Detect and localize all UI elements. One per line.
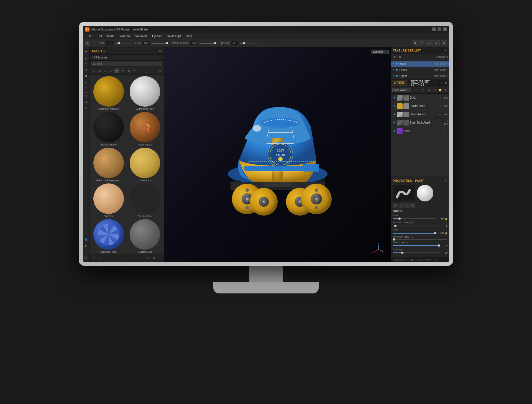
list-item[interactable]: Carbon Fiber bbox=[128, 183, 163, 218]
assets-info-btn[interactable]: ℹ bbox=[98, 256, 103, 261]
list-item[interactable]: Aluminium Pure bbox=[128, 76, 163, 110]
assets-list-view-btn[interactable]: ☰ bbox=[91, 256, 96, 261]
texture-set-item-base[interactable]: ● Base Main shader bbox=[391, 61, 449, 67]
layers-minimize-btn[interactable]: — bbox=[440, 81, 444, 85]
list-item[interactable]: Coated Metal bbox=[128, 219, 163, 253]
close-button[interactable]: ✕ bbox=[443, 27, 447, 31]
material-dropdown[interactable]: Material bbox=[371, 50, 389, 54]
layer-add-paint-btn[interactable]: ✏ bbox=[421, 88, 426, 93]
brush-paint-btn[interactable]: ✏ bbox=[393, 203, 398, 208]
tab-texture-set-settings[interactable]: TEXTURE SET SETTINGS bbox=[408, 80, 440, 86]
texture-set-minimize-btn[interactable]: — bbox=[439, 49, 443, 53]
brush-stroke-opacity-slider[interactable] bbox=[393, 245, 440, 246]
brush-flow-slider[interactable] bbox=[393, 233, 436, 234]
stroke-opacity-value[interactable]: 100 bbox=[190, 41, 198, 45]
assets-grid-view-btn[interactable]: ⊞ bbox=[157, 68, 162, 73]
table-row[interactable]: 👁 Silver Armor Norm 100 bbox=[391, 110, 449, 119]
assets-alpha-btn[interactable]: △ bbox=[109, 68, 114, 73]
clone-icon[interactable]: ◈ bbox=[83, 67, 89, 72]
settings-label[interactable]: Settings ▾ bbox=[436, 55, 448, 58]
texture-visibility-icon[interactable]: 👁 bbox=[392, 55, 397, 60]
viewport-btn-1[interactable]: □ bbox=[419, 40, 425, 46]
menu-python[interactable]: Python bbox=[150, 34, 164, 38]
texture-settings-icon[interactable]: ⚙ bbox=[397, 55, 402, 60]
search-input[interactable] bbox=[91, 62, 162, 66]
blend-mode-dropdown[interactable]: Base color ▾ bbox=[392, 88, 411, 92]
minimize-button[interactable]: — bbox=[432, 27, 436, 31]
menu-viewport[interactable]: Viewport bbox=[133, 34, 149, 38]
paint-icon[interactable]: ✏ bbox=[83, 48, 89, 54]
annotation-icon[interactable]: ✎ bbox=[83, 105, 89, 111]
assets-material-btn[interactable]: □ bbox=[103, 68, 108, 73]
viewport-btn-2[interactable]: ◎ bbox=[426, 40, 433, 46]
assets-filter-btn[interactable]: ○ bbox=[91, 68, 96, 73]
viewport-btn-4[interactable]: ⚙ bbox=[441, 40, 447, 46]
layer-visibility-toggle[interactable]: 👁 bbox=[392, 112, 396, 116]
flow-slider[interactable] bbox=[152, 43, 168, 44]
size-value[interactable]: 10 bbox=[106, 41, 114, 45]
list-item[interactable]: 🍂 Autumn Leaf bbox=[128, 112, 163, 146]
layers2-icon[interactable]: ⊞ bbox=[83, 243, 89, 249]
settings2-icon[interactable]: ≡ bbox=[83, 255, 89, 261]
table-row[interactable]: 👁 Layer 1 Norm bbox=[391, 127, 449, 135]
color-picker-icon[interactable]: 👁 bbox=[83, 93, 89, 99]
size-slider[interactable] bbox=[115, 43, 132, 44]
layer-visibility-toggle[interactable]: 👁 bbox=[392, 104, 396, 108]
brush-star-btn[interactable]: ✦ bbox=[410, 203, 415, 208]
paint-brush-tool[interactable]: ✏ bbox=[85, 41, 90, 46]
texture-set-item-laces[interactable]: ● Laces Main shader bbox=[391, 67, 449, 73]
spacing-slider[interactable] bbox=[240, 43, 257, 44]
layer-visibility-toggle[interactable]: 👁 bbox=[392, 96, 396, 100]
table-row[interactable]: 👁 Steel Dark Aged Norm 1 100 bbox=[391, 119, 449, 127]
assets-refresh-btn[interactable]: ↺ bbox=[145, 256, 150, 261]
brush-spacing-slider[interactable] bbox=[393, 252, 440, 253]
flow-value[interactable]: 100 bbox=[142, 41, 150, 45]
brush-size-lock[interactable]: 🔒 bbox=[445, 218, 447, 220]
properties-close-btn[interactable]: ✕ bbox=[444, 179, 447, 183]
menu-mode[interactable]: Mode bbox=[105, 34, 117, 38]
assets-particle-btn[interactable]: ✶ bbox=[120, 68, 125, 73]
list-item[interactable]: Artificial Leather bbox=[91, 112, 126, 146]
table-row[interactable]: 👁 Plastic Used Norm 100 bbox=[391, 102, 449, 110]
layer-add-effect-btn[interactable]: ★ bbox=[426, 88, 431, 93]
assets-add-folder-btn[interactable]: ⊕ bbox=[151, 256, 156, 261]
menu-help[interactable]: Help bbox=[184, 34, 195, 38]
fill-icon[interactable]: ▣ bbox=[83, 73, 89, 78]
texture-set-close-btn[interactable]: ✕ bbox=[444, 49, 447, 53]
brush-circle-btn[interactable]: ○ bbox=[399, 203, 404, 208]
menu-file[interactable]: File bbox=[85, 34, 94, 38]
maximize-button[interactable]: □ bbox=[438, 27, 441, 31]
assets-add-btn[interactable]: + bbox=[157, 256, 162, 261]
move-icon[interactable]: ✥ bbox=[83, 99, 89, 105]
person-icon[interactable]: 👤 bbox=[83, 237, 89, 242]
brush-size-slider[interactable] bbox=[393, 218, 436, 219]
spacing-value[interactable]: 20 bbox=[231, 41, 239, 45]
layer-add-fill-btn[interactable]: + bbox=[415, 88, 420, 93]
viewport-btn-3[interactable]: ▶ bbox=[434, 40, 440, 46]
tab-layers[interactable]: LAYERS bbox=[391, 80, 408, 86]
select-icon[interactable]: ⬡ bbox=[83, 85, 89, 91]
layer-add-mask-btn[interactable]: ◻ bbox=[432, 88, 437, 93]
list-item[interactable]: Calf Skin bbox=[91, 183, 126, 218]
viewport[interactable]: Material bbox=[164, 47, 391, 262]
texture-set-item-upper[interactable]: ● Upper Main shader bbox=[391, 73, 449, 79]
menu-edit[interactable]: Edit bbox=[94, 34, 104, 38]
assets-sphere-btn[interactable]: ◎ bbox=[97, 68, 102, 73]
assets-brush-btn[interactable]: ✏ bbox=[132, 68, 137, 73]
menu-window[interactable]: Window bbox=[117, 34, 132, 38]
layer-delete-btn[interactable]: 🗑 bbox=[443, 88, 448, 93]
table-row[interactable]: 👁 Dirt1 Norm 100 bbox=[391, 94, 449, 102]
list-item[interactable]: Baked Lighting Mate... bbox=[91, 148, 126, 182]
assets-pattern-btn[interactable]: ⊞ bbox=[126, 68, 131, 73]
brush-min-flow-slider[interactable] bbox=[393, 239, 447, 240]
assets-collapse-button[interactable]: ✕ bbox=[158, 49, 162, 53]
list-item[interactable]: Aluminium Insulator bbox=[91, 76, 126, 110]
brush-flow-lock[interactable]: 🔒 bbox=[445, 232, 447, 234]
layer-add-folder-btn[interactable]: 📁 bbox=[438, 88, 443, 93]
eraser-icon[interactable]: ◻ bbox=[83, 55, 89, 60]
layer-visibility-toggle[interactable]: 👁 bbox=[392, 121, 396, 125]
layer-visibility-toggle[interactable]: 👁 bbox=[392, 129, 396, 133]
brush-min-size-slider[interactable] bbox=[393, 226, 440, 226]
polygon-fill-icon[interactable]: △ bbox=[83, 79, 89, 85]
assets-texture-btn[interactable]: ✏ bbox=[114, 68, 119, 73]
